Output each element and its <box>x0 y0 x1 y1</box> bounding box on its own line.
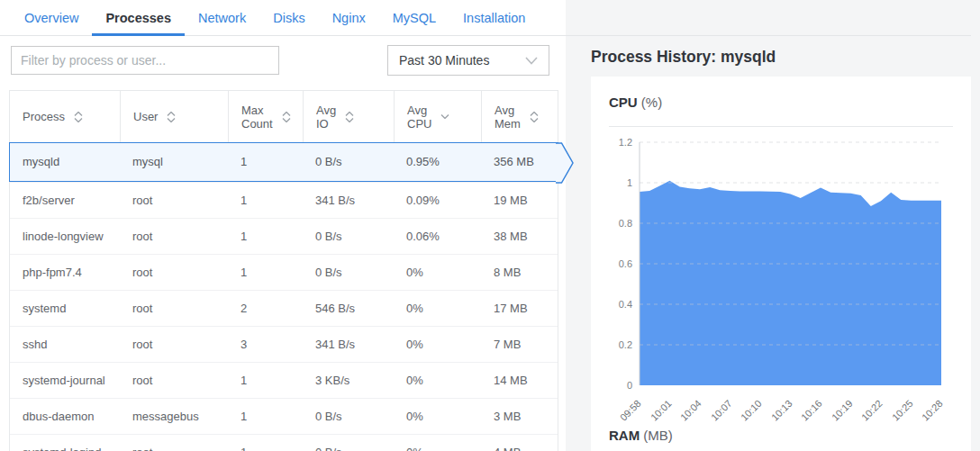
cpu-chart-title-text: CPU <box>609 95 638 110</box>
cell-process: sshd <box>10 327 120 362</box>
sort-ascending-icon[interactable] <box>167 112 176 116</box>
sort-ascending-icon[interactable] <box>282 112 291 116</box>
sort-icon-both[interactable] <box>167 112 176 122</box>
cell-max_count: 1 <box>228 435 303 451</box>
cpu-chart: 00.20.40.60.811.209:5810:0110:0410:0710:… <box>609 132 953 404</box>
cell-avg_cpu: 0% <box>394 327 481 362</box>
column-header-avg_mem[interactable]: Avg Mem <box>481 91 559 142</box>
tab-bar: OverviewProcessesNetworkDisksNginxMySQLI… <box>0 0 566 36</box>
cell-max_count: 1 <box>228 255 303 290</box>
panel-title: Process History: mysqld <box>566 36 980 77</box>
tab-nginx[interactable]: Nginx <box>319 0 379 35</box>
time-range-select[interactable]: Past 30 Minutes <box>387 45 549 76</box>
sort-ascending-icon[interactable] <box>530 112 539 116</box>
y-axis-tick-label: 1.2 <box>609 137 632 148</box>
sort-descending-icon[interactable] <box>345 118 354 122</box>
cell-avg_mem: 19 MB <box>481 183 559 218</box>
tab-processes[interactable]: Processes <box>92 0 185 35</box>
table-header: ProcessUserMax CountAvg IOAvg CPUAvg Mem <box>10 91 558 142</box>
table-row-mysqld[interactable]: mysqldmysql10 B/s0.95%356 MB <box>9 142 558 182</box>
sort-icon-both[interactable] <box>282 112 291 122</box>
sort-descending-icon[interactable] <box>74 118 83 122</box>
cell-process: php-fpm7.4 <box>10 255 120 290</box>
table-row-f2b/server[interactable]: f2b/serverroot1341 B/s0.09%19 MB <box>10 182 558 218</box>
cell-user: root <box>120 183 228 218</box>
column-header-avg_io[interactable]: Avg IO <box>303 91 394 142</box>
cell-avg_mem: 356 MB <box>481 143 559 181</box>
table-row-systemd-logind[interactable]: systemd-logindroot10 B/s0%4 MB <box>10 434 558 451</box>
cpu-area-plot <box>609 132 953 404</box>
filter-input[interactable] <box>11 46 279 75</box>
cell-user: root <box>120 219 228 254</box>
table-row-systemd-journal[interactable]: systemd-journalroot13 KB/s0%14 MB <box>10 362 558 398</box>
column-header-avg_cpu[interactable]: Avg CPU <box>394 91 481 142</box>
y-axis-tick-label: 0.6 <box>609 258 632 269</box>
y-axis-tick-label: 1 <box>609 177 632 188</box>
tab-mysql[interactable]: MySQL <box>379 0 449 35</box>
y-axis-tick-label: 0 <box>609 380 632 391</box>
sort-icon-descending[interactable] <box>440 114 449 119</box>
ram-chart-unit: (MB) <box>643 428 673 443</box>
cell-avg_cpu: 0.06% <box>394 219 481 254</box>
cell-avg_io: 0 B/s <box>303 219 394 254</box>
table-row-systemd[interactable]: systemdroot2546 B/s0%17 MB <box>10 290 558 326</box>
tab-network[interactable]: Network <box>185 0 259 35</box>
cell-avg_mem: 7 MB <box>481 327 559 362</box>
table-row-dbus-daemon[interactable]: dbus-daemonmessagebus10 B/s0%3 MB <box>10 398 558 434</box>
left-pane: OverviewProcessesNetworkDisksNginxMySQLI… <box>0 0 566 451</box>
column-header-label: Process <box>23 110 65 123</box>
tab-disks[interactable]: Disks <box>259 0 318 35</box>
sort-icon-both[interactable] <box>74 112 83 122</box>
pane-top-divider <box>566 0 971 36</box>
process-history-card: CPU (%) 00.20.40.60.811.209:5810:0110:04… <box>591 77 971 451</box>
cell-max_count: 1 <box>228 363 303 398</box>
cell-max_count: 1 <box>228 183 303 218</box>
table-row-sshd[interactable]: sshdroot3341 B/s0%7 MB <box>10 326 558 362</box>
tab-installation[interactable]: Installation <box>449 0 539 35</box>
cell-process: mysqld <box>10 143 120 181</box>
sort-ascending-icon[interactable] <box>345 112 354 116</box>
table-row-linode-longview[interactable]: linode-longviewroot10 B/s0.06%38 MB <box>10 218 558 254</box>
cell-max_count: 1 <box>228 143 303 181</box>
toolbar: Past 30 Minutes <box>0 36 566 90</box>
column-header-user[interactable]: User <box>120 91 228 142</box>
cell-avg_io: 0 B/s <box>303 255 394 290</box>
cell-process: systemd-journal <box>10 363 120 398</box>
cell-avg_mem: 8 MB <box>481 255 559 290</box>
cell-avg_mem: 38 MB <box>481 219 559 254</box>
cell-process: systemd <box>10 291 120 326</box>
column-header-max_count[interactable]: Max Count <box>228 91 303 142</box>
sort-descending-icon[interactable] <box>530 118 539 122</box>
cell-user: root <box>120 327 228 362</box>
y-axis-tick-label: 0.8 <box>609 218 632 229</box>
selected-row-arrow <box>556 142 575 184</box>
sort-icon-both[interactable] <box>345 112 354 122</box>
cell-avg_mem: 3 MB <box>481 399 559 434</box>
cell-user: mysql <box>120 143 228 181</box>
column-header-label: Avg CPU <box>407 104 431 131</box>
cell-user: root <box>120 363 228 398</box>
ram-chart-title: RAM (MB) <box>609 428 953 443</box>
sort-descending-icon[interactable] <box>440 114 449 119</box>
y-axis-tick-label: 0.4 <box>609 299 632 310</box>
table-row-php-fpm7.4[interactable]: php-fpm7.4root10 B/s0%8 MB <box>10 254 558 290</box>
sort-descending-icon[interactable] <box>282 118 291 122</box>
card-divider <box>609 126 953 127</box>
sort-descending-icon[interactable] <box>167 118 176 122</box>
cell-process: dbus-daemon <box>10 399 120 434</box>
tab-overview[interactable]: Overview <box>11 0 92 35</box>
cell-avg_cpu: 0% <box>394 399 481 434</box>
sort-ascending-icon[interactable] <box>74 112 83 116</box>
cell-avg_cpu: 0% <box>394 255 481 290</box>
cell-avg_io: 546 B/s <box>303 291 394 326</box>
sort-icon-both[interactable] <box>530 112 539 122</box>
cell-avg_mem: 4 MB <box>481 435 559 451</box>
longview-processes-page: OverviewProcessesNetworkDisksNginxMySQLI… <box>0 0 980 451</box>
column-header-process[interactable]: Process <box>10 91 120 142</box>
column-header-label: Avg IO <box>316 104 336 131</box>
cell-avg_cpu: 0% <box>394 363 481 398</box>
cell-process: linode-longview <box>10 219 120 254</box>
cell-user: messagebus <box>120 399 228 434</box>
cell-avg_io: 341 B/s <box>303 183 394 218</box>
cell-user: root <box>120 435 228 451</box>
